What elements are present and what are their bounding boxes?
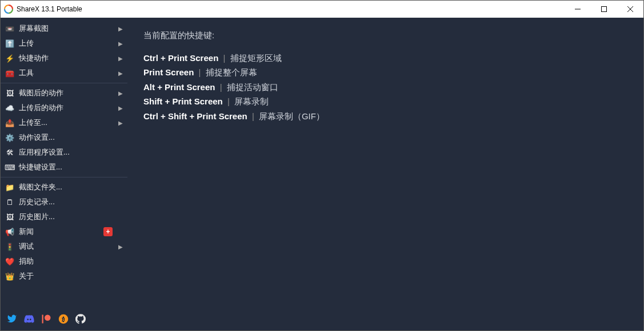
social-bar: ₿: [1, 309, 127, 330]
hotkey-line: Shift + Print Screen | 屏幕录制: [143, 94, 627, 109]
menu-label: 截图文件夹...: [19, 182, 123, 192]
history-icon: 🗒: [5, 197, 14, 207]
menu-hotkey-settings[interactable]: ⌨快捷键设置...: [1, 160, 127, 175]
menu-history[interactable]: 🗒历史记录...: [1, 195, 127, 209]
separator-pipe: |: [196, 67, 203, 77]
menu-label: 工具: [19, 68, 116, 78]
hotkey-line: Ctrl + Shift + Print Screen | 屏幕录制（GIF）: [143, 109, 627, 124]
menu-label: 截图后的动作: [19, 88, 116, 98]
menu-label: 上传: [19, 38, 116, 49]
github-icon[interactable]: [75, 313, 86, 325]
bitcoin-icon[interactable]: ₿: [58, 313, 69, 325]
hotkey-action: 捕捉活动窗口: [227, 82, 278, 92]
hotkey-action: 屏幕录制: [234, 96, 269, 106]
separator-pipe: |: [221, 53, 227, 63]
menu-label: 历史图片...: [19, 212, 123, 222]
hotkey-settings-icon: ⌨: [5, 163, 14, 172]
svg-point-2: [45, 315, 51, 321]
hotkey-action: 捕捉矩形区域: [230, 53, 282, 63]
menu-destinations[interactable]: 📤上传至...▶: [1, 115, 127, 130]
menu-image-history[interactable]: 🖼历史图片...: [1, 209, 127, 224]
close-button[interactable]: [617, 1, 643, 18]
svg-rect-1: [602, 7, 607, 12]
after-upload-icon: ☁️: [5, 103, 14, 112]
submenu-arrow-icon: ▶: [118, 55, 123, 62]
separator-pipe: |: [225, 96, 232, 106]
app-icon: [4, 5, 13, 14]
menu-donate[interactable]: ❤️捐助: [1, 254, 127, 269]
svg-text:₿: ₿: [62, 316, 65, 322]
menu-after-capture[interactable]: 🖼截图后的动作▶: [1, 86, 127, 100]
discord-icon[interactable]: [23, 313, 35, 325]
menu-label: 应用程序设置...: [19, 147, 123, 158]
submenu-arrow-icon: ▶: [118, 70, 123, 76]
app-settings-icon: 🛠: [5, 148, 14, 157]
menu-separator: [1, 83, 127, 83]
destinations-icon: 📤: [5, 118, 14, 127]
submenu-arrow-icon: ▶: [118, 244, 123, 250]
menu-task-settings[interactable]: ⚙️动作设置...: [1, 130, 127, 145]
hotkeys-heading: 当前配置的快捷键:: [143, 28, 627, 43]
menu-capture[interactable]: 📼屏幕截图▶: [1, 21, 127, 36]
window-title: ShareX 13.1 Portable: [17, 5, 82, 13]
task-settings-icon: ⚙️: [5, 133, 14, 142]
main-content: 当前配置的快捷键: Ctrl + Print Screen | 捕捉矩形区域Pr…: [127, 18, 643, 330]
menu-label: 历史记录...: [19, 197, 123, 207]
patreon-icon[interactable]: [41, 313, 52, 325]
upload-icon: ⬆️: [5, 39, 14, 48]
news-badge: +: [103, 227, 113, 236]
menu-label: 动作设置...: [19, 132, 123, 143]
separator-pipe: |: [217, 82, 224, 92]
menu-label: 快捷键设置...: [19, 162, 123, 172]
menu-debug[interactable]: 🚦调试▶: [1, 239, 127, 254]
donate-icon: ❤️: [5, 257, 14, 266]
menu-label: 快捷动作: [19, 53, 116, 63]
hotkey-action: 屏幕录制（GIF）: [259, 111, 325, 121]
image-history-icon: 🖼: [5, 212, 14, 221]
titlebar[interactable]: ShareX 13.1 Portable: [1, 1, 643, 18]
client-area: 📼屏幕截图▶⬆️上传▶⚡快捷动作▶🧰工具▶🖼截图后的动作▶☁️上传后的动作▶📤上…: [1, 18, 643, 330]
svg-rect-3: [42, 315, 43, 324]
folder-icon: 📁: [5, 183, 14, 192]
menu-label: 上传后的动作: [19, 103, 116, 113]
menu-tools[interactable]: 🧰工具▶: [1, 66, 127, 80]
sidebar: 📼屏幕截图▶⬆️上传▶⚡快捷动作▶🧰工具▶🖼截图后的动作▶☁️上传后的动作▶📤上…: [1, 18, 127, 330]
menu-upload[interactable]: ⬆️上传▶: [1, 36, 127, 51]
menu-screenshots-folder[interactable]: 📁截图文件夹...: [1, 180, 127, 195]
hotkey-keys: Print Screen: [143, 67, 194, 77]
tools-icon: 🧰: [5, 68, 14, 78]
news-icon: 📢: [5, 227, 14, 236]
hotkey-keys: Ctrl + Shift + Print Screen: [143, 111, 247, 121]
menu-workflows[interactable]: ⚡快捷动作▶: [1, 51, 127, 66]
submenu-arrow-icon: ▶: [118, 26, 123, 32]
menu-after-upload[interactable]: ☁️上传后的动作▶: [1, 100, 127, 115]
capture-icon: 📼: [5, 24, 14, 33]
submenu-arrow-icon: ▶: [118, 41, 123, 47]
hotkey-line: Print Screen | 捕捉整个屏幕: [143, 65, 627, 80]
window-controls: [565, 1, 643, 18]
separator-pipe: |: [250, 111, 257, 121]
submenu-arrow-icon: ▶: [118, 120, 123, 126]
minimize-button[interactable]: [565, 1, 591, 18]
menu-separator: [1, 177, 127, 177]
hotkey-action: 捕捉整个屏幕: [206, 67, 257, 77]
app-window: ShareX 13.1 Portable 📼屏幕截图▶⬆️上传▶⚡快捷动作▶🧰工…: [0, 0, 644, 331]
menu-app-settings[interactable]: 🛠应用程序设置...: [1, 145, 127, 160]
menu-label: 捐助: [19, 256, 123, 267]
menu-label: 新闻: [19, 227, 103, 237]
debug-icon: 🚦: [5, 242, 14, 251]
menu-label: 屏幕截图: [19, 23, 116, 34]
after-capture-icon: 🖼: [5, 88, 14, 98]
hotkey-keys: Shift + Print Screen: [143, 96, 223, 106]
hotkey-keys: Alt + Print Screen: [143, 82, 215, 92]
maximize-button[interactable]: [591, 1, 617, 18]
submenu-arrow-icon: ▶: [118, 90, 123, 96]
menu-label: 调试: [19, 241, 116, 252]
menu-about[interactable]: 👑关于: [1, 269, 127, 284]
menu-news[interactable]: 📢新闻+: [1, 224, 127, 239]
hotkey-keys: Ctrl + Print Screen: [143, 53, 218, 63]
submenu-arrow-icon: ▶: [118, 105, 123, 111]
about-icon: 👑: [5, 272, 14, 281]
twitter-icon[interactable]: [6, 313, 18, 325]
menu-label: 上传至...: [19, 118, 116, 128]
